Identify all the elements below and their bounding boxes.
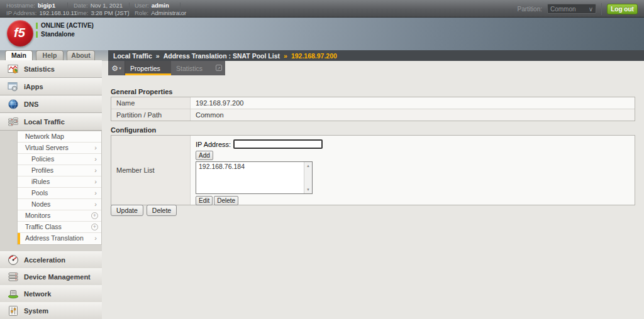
select-caret-icon: ∨ <box>589 6 593 13</box>
sidebar-item-acceleration[interactable]: Acceleration <box>0 251 102 269</box>
sidebar-item-dns[interactable]: DNS <box>0 95 102 113</box>
partition-selected-value: Common <box>550 6 576 13</box>
submenu-label: Monitors <box>25 212 50 219</box>
partition-path-value: Common <box>191 109 635 121</box>
sidebar-item-network[interactable]: Network <box>0 285 102 303</box>
partition-select[interactable]: Common ∨ <box>547 4 596 14</box>
member-list-item[interactable]: 192.168.76.184 <box>196 162 312 171</box>
main-content: Local Traffic » Address Translation : SN… <box>102 50 644 319</box>
submenu-item-profiles[interactable]: Profiles› <box>18 165 101 176</box>
chevron-right-icon: › <box>94 165 97 176</box>
sidebar-item-label: System <box>24 307 48 315</box>
breadcrumb-snat-pool-list[interactable]: Address Translation : SNAT Pool List <box>164 52 280 60</box>
member-delete-button[interactable]: Delete <box>214 196 238 205</box>
status-green-bar <box>36 23 38 29</box>
submenu-item-traffic-class[interactable]: Traffic Class+ <box>18 222 101 233</box>
table-row-name: Name 192.168.97.200 <box>111 97 635 109</box>
nav-tab-strip: Main Help About <box>0 50 108 61</box>
submenu-label: Nodes <box>31 200 50 208</box>
chevron-right-icon: › <box>94 233 97 244</box>
name-label: Name <box>111 97 191 109</box>
tab-about[interactable]: About <box>67 50 95 60</box>
configuration-table: Member List IP Address: Add 192.168.76.1… <box>111 135 635 205</box>
chevron-right-icon: › <box>94 176 97 187</box>
ip-address-label: IP Address: <box>6 9 36 16</box>
sidebar-item-local-traffic[interactable]: Local Traffic <box>0 113 102 131</box>
chevron-right-icon: › <box>94 154 97 165</box>
update-button[interactable]: Update <box>111 205 143 216</box>
sidebar-item-device-management[interactable]: Device Management <box>0 268 102 286</box>
date-label: Date: <box>74 2 88 9</box>
host-info-group: Hostname:bigip1 IP Address:192.168.10.11 <box>6 2 77 17</box>
submenu-item-monitors[interactable]: Monitors+ <box>18 210 101 222</box>
statistics-chart-icon <box>8 63 19 75</box>
tab-statistics[interactable]: Statistics ↗ <box>171 61 225 75</box>
role-label: Role: <box>135 9 148 16</box>
sidebar-item-system[interactable]: System <box>0 302 102 319</box>
breadcrumb-current-object: 192.168.97.200 <box>291 52 337 60</box>
tab-help[interactable]: Help <box>36 50 64 60</box>
sidebar-item-iapps[interactable]: iApps <box>0 78 102 95</box>
submenu-item-policies[interactable]: Policies› <box>18 154 101 165</box>
f5-logo-text: f5 <box>14 26 25 40</box>
submenu-label: Network Map <box>25 132 64 140</box>
status-green-bar <box>36 31 38 38</box>
form-actions: Update Delete <box>111 205 177 216</box>
dns-globe-icon <box>8 99 19 110</box>
logout-button[interactable]: Log out <box>607 4 638 14</box>
submenu-label: Virtual Servers <box>25 144 69 151</box>
header-divider <box>180 3 180 14</box>
edit-button[interactable]: Edit <box>196 196 213 205</box>
submenu-item-network-map[interactable]: Network Map <box>18 131 101 143</box>
submenu-item-irules[interactable]: iRules› <box>18 176 101 188</box>
plus-circle-icon[interactable]: + <box>91 224 98 230</box>
name-value: 192.168.97.200 <box>191 97 635 109</box>
breadcrumb-local-traffic[interactable]: Local Traffic <box>113 52 152 60</box>
header-divider <box>67 3 68 14</box>
sidebar-item-statistics[interactable]: Statistics <box>0 60 102 78</box>
submenu-label: Address Translation <box>25 234 84 242</box>
iapps-window-icon <box>8 81 19 92</box>
member-listbox[interactable]: 192.168.76.184 ▲ ▼ <box>196 161 313 194</box>
sidebar-item-label: Network <box>24 290 51 298</box>
chevron-right-icon: › <box>94 199 97 210</box>
caret-down-icon: ▾ <box>119 66 121 71</box>
tab-properties[interactable]: Properties <box>125 61 171 75</box>
scroll-up-icon[interactable]: ▲ <box>304 162 312 170</box>
date-value: Nov 1, 2021 <box>91 2 123 9</box>
local-traffic-servers-icon <box>8 116 19 127</box>
tab-main[interactable]: Main <box>5 50 33 61</box>
sidebar-item-label: Statistics <box>24 65 55 73</box>
submenu-item-nodes[interactable]: Nodes› <box>18 199 101 210</box>
tab-label: Statistics <box>176 65 203 72</box>
options-menu-button[interactable]: ⚙ ▾ <box>108 61 125 75</box>
partition-label: Partition: <box>518 6 542 13</box>
table-row-partition-path: Partition / Path Common <box>111 109 635 121</box>
header-divider <box>601 3 602 15</box>
time-label: Time: <box>74 9 88 16</box>
submenu-item-virtual-servers[interactable]: Virtual Servers› <box>18 143 101 154</box>
sidebar-item-label: Local Traffic <box>24 118 65 126</box>
submenu-label: Policies <box>31 155 54 163</box>
ip-address-input[interactable] <box>233 139 323 149</box>
delete-button[interactable]: Delete <box>147 205 177 216</box>
device-management-stack-icon <box>8 271 19 283</box>
submenu-item-pools[interactable]: Pools› <box>18 188 101 199</box>
member-list-cell: IP Address: Add 192.168.76.184 ▲ ▼ Edit … <box>191 136 635 205</box>
open-new-window-icon[interactable]: ↗ <box>216 65 222 71</box>
submenu-label: Pools <box>31 189 48 197</box>
device-status-block: ONLINE (ACTIVE) Standalone <box>36 22 94 40</box>
hostname-label: Hostname: <box>6 2 35 9</box>
f5-logo[interactable]: f5 <box>7 20 33 46</box>
local-traffic-submenu: Network Map Virtual Servers› Policies› P… <box>17 131 102 245</box>
add-button[interactable]: Add <box>196 151 213 160</box>
user-value: admin <box>152 2 169 9</box>
submenu-item-address-translation[interactable]: Address Translation› <box>18 233 101 244</box>
plus-circle-icon[interactable]: + <box>91 212 98 219</box>
listbox-scrollbar[interactable]: ▲ ▼ <box>304 162 312 193</box>
scroll-down-icon[interactable]: ▼ <box>304 186 312 193</box>
top-header-bar: Hostname:bigip1 IP Address:192.168.10.11… <box>0 0 644 18</box>
ip-address-value: 192.168.10.11 <box>39 9 77 16</box>
submenu-label: Profiles <box>31 166 53 174</box>
masthead-band: f5 ONLINE (ACTIVE) Standalone <box>0 18 644 50</box>
